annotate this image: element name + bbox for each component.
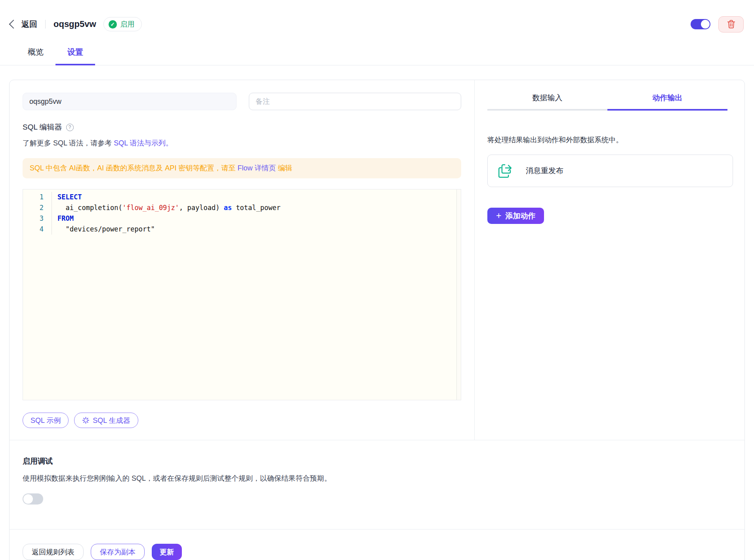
sql-generator-button[interactable]: SQL 生成器 bbox=[74, 413, 138, 428]
warning-text-suffix: 编辑 bbox=[276, 164, 292, 172]
settings-card: SQL 编辑器 ? 了解更多 SQL 语法，请参考 SQL 语法与示列。 SQL… bbox=[9, 80, 745, 560]
sql-editor-label: SQL 编辑器 bbox=[23, 122, 62, 132]
sql-code-editor[interactable]: 1SELECT2 ai_completion('flow_ai_09jz', p… bbox=[23, 189, 461, 400]
debug-description: 使用模拟数据来执行您刚刚输入的 SQL，或者在保存规则后测试整个规则，以确保结果… bbox=[23, 474, 731, 483]
action-card-label: 消息重发布 bbox=[526, 166, 563, 176]
action-output-description: 将处理结果输出到动作和外部数据系统中。 bbox=[487, 135, 733, 145]
sql-example-label: SQL 示例 bbox=[31, 416, 61, 425]
debug-title: 启用调试 bbox=[23, 456, 731, 466]
sql-hint: 了解更多 SQL 语法，请参考 SQL 语法与示列。 bbox=[23, 138, 461, 148]
rule-name-input[interactable] bbox=[23, 93, 237, 110]
code-line: 1SELECT bbox=[23, 192, 461, 203]
plus-icon: + bbox=[496, 211, 501, 220]
ai-function-warning-banner: SQL 中包含 AI函数，AI 函数的系统消息及 API 密钥等配置，请至 Fl… bbox=[23, 158, 461, 178]
status-badge-label: 启用 bbox=[120, 19, 135, 29]
code-line: 3FROM bbox=[23, 213, 461, 224]
sql-hint-text: 了解更多 SQL 语法，请参考 bbox=[23, 139, 114, 147]
back-chevron-icon[interactable] bbox=[9, 20, 18, 29]
page-tabs: 概览 设置 bbox=[0, 41, 754, 65]
io-tabs: 数据输入 动作输出 bbox=[487, 93, 727, 111]
status-badge: ✓ 启用 bbox=[103, 17, 142, 31]
check-circle-icon: ✓ bbox=[109, 20, 117, 29]
republish-icon bbox=[496, 162, 515, 180]
rule-title: oqsgp5vw bbox=[53, 19, 96, 29]
line-number: 3 bbox=[23, 213, 52, 224]
add-action-button[interactable]: + 添加动作 bbox=[487, 208, 544, 224]
io-pane: 数据输入 动作输出 将处理结果输出到动作和外部数据系统中。 消息重发布 + 添加… bbox=[474, 80, 747, 440]
back-button[interactable]: 返回 bbox=[21, 19, 37, 30]
header-divider bbox=[45, 20, 46, 29]
trash-icon bbox=[727, 20, 735, 29]
footer-actions: 返回规则列表 保存为副本 更新 bbox=[10, 529, 744, 560]
help-icon[interactable]: ? bbox=[66, 124, 74, 131]
add-action-label: 添加动作 bbox=[505, 211, 535, 221]
sql-generator-label: SQL 生成器 bbox=[93, 416, 130, 425]
sparkle-icon bbox=[82, 417, 90, 424]
line-number: 4 bbox=[23, 224, 52, 235]
code-line: 4 "devices/power_report" bbox=[23, 224, 461, 235]
remark-input[interactable] bbox=[249, 93, 461, 110]
line-number: 1 bbox=[23, 192, 52, 203]
sql-config-pane: SQL 编辑器 ? 了解更多 SQL 语法，请参考 SQL 语法与示列。 SQL… bbox=[10, 80, 474, 440]
warning-text: SQL 中包含 AI函数，AI 函数的系统消息及 API 密钥等配置，请至 bbox=[30, 164, 237, 172]
sql-syntax-link[interactable]: SQL 语法与示列。 bbox=[114, 139, 172, 147]
tab-settings[interactable]: 设置 bbox=[55, 41, 95, 65]
tab-overview[interactable]: 概览 bbox=[16, 41, 55, 65]
debug-section: 启用调试 使用模拟数据来执行您刚刚输入的 SQL，或者在保存规则后测试整个规则，… bbox=[10, 440, 744, 529]
save-as-copy-button[interactable]: 保存为副本 bbox=[91, 544, 145, 560]
delete-rule-button[interactable] bbox=[718, 16, 744, 32]
tab-data-input[interactable]: 数据输入 bbox=[487, 93, 607, 111]
editor-scrollbar[interactable] bbox=[456, 189, 461, 400]
rule-enabled-toggle[interactable] bbox=[691, 19, 710, 29]
back-to-rule-list-button[interactable]: 返回规则列表 bbox=[23, 544, 84, 560]
page-header: 返回 oqsgp5vw ✓ 启用 bbox=[0, 0, 754, 33]
code-line: 2 ai_completion('flow_ai_09jz', payload)… bbox=[23, 203, 461, 213]
line-number: 2 bbox=[23, 203, 52, 213]
update-button[interactable]: 更新 bbox=[152, 544, 182, 560]
debug-toggle[interactable] bbox=[23, 493, 43, 505]
code-lines: 1SELECT2 ai_completion('flow_ai_09jz', p… bbox=[23, 189, 461, 235]
tab-action-output[interactable]: 动作输出 bbox=[607, 93, 727, 111]
flow-detail-link[interactable]: Flow 详情页 bbox=[237, 164, 276, 172]
sql-example-button[interactable]: SQL 示例 bbox=[23, 413, 69, 428]
action-card-republish[interactable]: 消息重发布 bbox=[487, 155, 733, 187]
